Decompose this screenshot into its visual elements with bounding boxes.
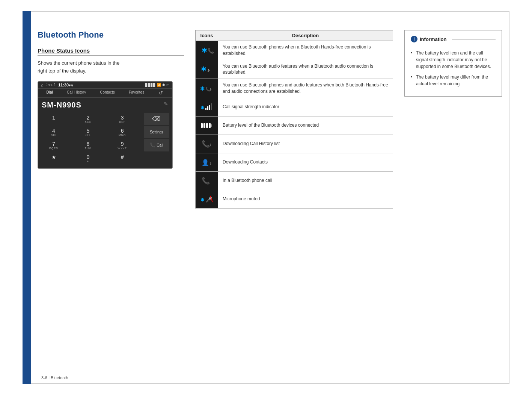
svg-text:✱: ✱ <box>200 105 205 110</box>
phone-edit-icon: ✎ <box>164 101 169 107</box>
svg-text:✱: ✱ <box>200 197 205 203</box>
nav-call-history[interactable]: Call History <box>65 90 87 96</box>
svg-text:✱: ✱ <box>201 65 206 73</box>
table-row: ✱ Call signal strength indicator <box>196 98 393 116</box>
phone-keypad: 1 2ABC 3DEF ⌫ 4GHI 5JKL 6MNO Settings 7P… <box>38 111 172 168</box>
bt-signal-icon: ✱ <box>199 100 215 114</box>
keypad-row-2: 4GHI 5JKL 6MNO Settings <box>41 126 169 138</box>
info-bullet-2: The battery level may differ from the ac… <box>411 74 496 87</box>
icon-cell-bt-dl-contacts: 👤 ↓ <box>196 153 218 171</box>
keypad-row-1: 1 2ABC 3DEF ⌫ <box>41 113 169 125</box>
information-box: i Information The battery level icon and… <box>404 30 502 97</box>
nav-dial[interactable]: Dial <box>45 90 54 96</box>
key-delete[interactable]: ⌫ <box>144 113 169 125</box>
desc-bt-audio: You can use Bluetooth audio features whe… <box>218 60 393 79</box>
icon-cell-bt-phone: ✱ 📞 <box>196 41 218 60</box>
blue-sidebar-accent <box>23 11 31 384</box>
svg-text:📞: 📞 <box>202 177 210 185</box>
desc-bt-phone: You can use Bluetooth phones when a Blue… <box>218 41 393 60</box>
svg-text:↓: ↓ <box>209 160 211 166</box>
bt-dl-call-icon: 📞 ↓ <box>199 137 215 151</box>
svg-rect-13 <box>203 123 205 128</box>
svg-text:✱: ✱ <box>200 85 205 92</box>
page-title: Bluetooth Phone <box>38 30 184 40</box>
info-bullet-1: The battery level icon and the call sign… <box>411 50 496 70</box>
phone-date: Jan. 1 <box>46 83 56 87</box>
key-3[interactable]: 3DEF <box>110 113 135 125</box>
svg-rect-12 <box>201 123 203 128</box>
nav-favorites[interactable]: Favorites <box>127 90 146 96</box>
phone-nav-bar: Dial Call History Contacts Favorites ↺ <box>38 89 172 98</box>
key-0[interactable]: 0+ <box>75 152 101 165</box>
svg-rect-14 <box>206 123 208 128</box>
desc-bt-muted: Microphone muted <box>218 190 393 208</box>
bt-dl-contacts-icon: 👤 ↓ <box>199 156 215 169</box>
phone-model: SM-N990S ✎ <box>38 98 172 111</box>
keypad-row-3: 7PQRS 8TUV 9WXYZ 📞 Call <box>41 139 169 151</box>
desc-bt-dl-contacts: Downloading Contacts <box>218 153 393 171</box>
phone-mockup: ⌂ Jan. 1 11:30PM ▊▊▊▊ 📶 ✱ ⤺ Dial Call Hi… <box>38 81 173 169</box>
col-header-icons: Icons <box>196 30 218 41</box>
phone-status-left: ⌂ Jan. 1 11:30PM <box>41 83 73 87</box>
svg-rect-10 <box>209 105 210 110</box>
key-9[interactable]: 9WXYZ <box>110 139 135 151</box>
info-title: i Information <box>411 36 496 45</box>
left-column: Bluetooth Phone Phone Status Icons Shows… <box>38 30 184 372</box>
svg-text:👤: 👤 <box>202 159 209 166</box>
svg-text:♪: ♪ <box>209 87 212 91</box>
svg-rect-11 <box>211 103 212 110</box>
main-content: Bluetooth Phone Phone Status Icons Shows… <box>38 30 502 372</box>
page-border-right <box>509 11 509 384</box>
nav-back[interactable]: ↺ <box>157 90 165 96</box>
key-8[interactable]: 8TUV <box>75 139 101 151</box>
icons-table: Icons Description ✱ 📞 <box>195 30 393 209</box>
table-row: ✱ 📞 You can use Bluetooth phones when a … <box>196 41 393 60</box>
key-1[interactable]: 1 <box>41 113 66 125</box>
icon-cell-bt-in-call: 📞 <box>196 171 218 190</box>
key-4[interactable]: 4GHI <box>41 126 66 138</box>
nav-contacts[interactable]: Contacts <box>98 90 116 96</box>
key-5[interactable]: 5JKL <box>75 126 101 138</box>
col-header-desc: Description <box>218 30 393 41</box>
footer-text: 3-6 I Bluetooth <box>41 375 68 380</box>
bt-audio-icon: ✱ ♪ <box>199 62 215 76</box>
svg-text:♪: ♪ <box>207 67 210 73</box>
key-7[interactable]: 7PQRS <box>41 139 66 151</box>
icon-cell-bt-signal: ✱ <box>196 98 218 116</box>
desc-bt-both: You can use Bluetooth phones and audio f… <box>218 79 393 98</box>
icon-cell-bt-audio: ✱ ♪ <box>196 60 218 79</box>
desc-bt-battery: Battery level of the Bluetooth devices c… <box>218 116 393 135</box>
bt-status-icon: ✱ <box>162 83 165 87</box>
desc-bt-signal: Call signal strength indicator <box>218 98 393 116</box>
key-settings[interactable]: Settings <box>144 126 169 138</box>
bt-battery-icon <box>199 119 215 132</box>
right-column: i Information The battery level icon and… <box>404 30 502 372</box>
icon-cell-bt-dl-call: 📞 ↓ <box>196 135 218 153</box>
home-icon: ⌂ <box>41 83 44 87</box>
info-title-line <box>452 39 496 39</box>
svg-text:✱: ✱ <box>202 47 207 54</box>
svg-text:📞: 📞 <box>208 48 214 54</box>
signal-icon: 📶 <box>157 83 161 87</box>
table-row: ✱ 🎤 Microphone muted <box>196 190 393 208</box>
phone-time: 11:30PM <box>58 83 73 87</box>
desc-bt-in-call: In a Bluetooth phone call <box>218 171 393 190</box>
desc-bt-dl-call: Downloading Call History list <box>218 135 393 153</box>
keypad-row-4: ★ 0+ # <box>41 152 169 165</box>
icon-cell-bt-both: ✱ 📞 ♪ <box>196 79 218 98</box>
table-row: 👤 ↓ Downloading Contacts <box>196 153 393 171</box>
bt-both-icon: ✱ 📞 ♪ <box>199 82 215 95</box>
key-2[interactable]: 2ABC <box>75 113 101 125</box>
svg-rect-15 <box>209 123 211 128</box>
table-row: ✱ ♪ You can use Bluetooth audio features… <box>196 60 393 79</box>
key-6[interactable]: 6MNO <box>110 126 135 138</box>
info-icon: i <box>411 36 417 42</box>
key-hash[interactable]: # <box>110 152 135 165</box>
svg-text:↓: ↓ <box>209 142 211 147</box>
section-title: Phone Status Icons <box>38 47 184 56</box>
table-row: Battery level of the Bluetooth devices c… <box>196 116 393 135</box>
key-star[interactable]: ★ <box>41 152 66 165</box>
key-call[interactable]: 📞 Call <box>144 139 169 151</box>
section-description: Shows the current phone status in the ri… <box>38 59 184 75</box>
icon-cell-bt-muted: ✱ 🎤 <box>196 190 218 208</box>
